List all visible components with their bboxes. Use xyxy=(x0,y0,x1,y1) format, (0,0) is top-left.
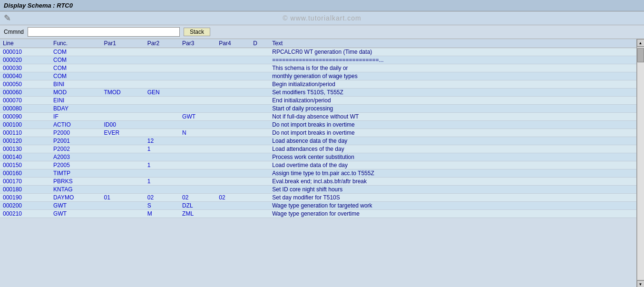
cell-text: Start of daily processing xyxy=(269,105,636,113)
table-row: 000030COMThis schema is for the daily or xyxy=(0,64,636,72)
cell-par2 xyxy=(145,186,179,194)
cell-par2: 12 xyxy=(145,137,179,145)
cell-text: Not if full-day absence without WT xyxy=(269,113,636,121)
cell-par4 xyxy=(216,80,250,89)
cell-par3 xyxy=(179,89,216,97)
cell-par4 xyxy=(216,186,250,194)
cell-par1 xyxy=(101,48,144,56)
cell-par1: ID00 xyxy=(101,121,144,129)
cell-par3 xyxy=(179,145,216,153)
cell-par4 xyxy=(216,137,250,145)
stack-button[interactable]: Stack xyxy=(184,28,210,36)
cell-par4 xyxy=(216,56,250,64)
cell-par1: 01 xyxy=(101,194,144,202)
cell-par1 xyxy=(101,169,144,178)
cell-par1 xyxy=(101,161,144,169)
title-text: Display Schema : RTC0 xyxy=(4,2,73,9)
header-text: Text xyxy=(269,39,636,48)
cell-par3: GWT xyxy=(179,113,216,121)
cell-func: GWT xyxy=(50,202,101,210)
cell-par4 xyxy=(216,105,250,113)
cell-d xyxy=(250,56,269,64)
cell-func: MOD xyxy=(50,89,101,97)
cell-par1 xyxy=(101,97,144,105)
cell-line: 000060 xyxy=(0,89,50,97)
cell-line: 000050 xyxy=(0,80,50,89)
table-row: 000140A2003Process work center substitut… xyxy=(0,153,636,161)
scrollbar-track[interactable] xyxy=(637,47,644,280)
cell-par2 xyxy=(145,64,179,72)
table-row: 000120P200112Load absence data of the da… xyxy=(0,137,636,145)
cell-line: 000150 xyxy=(0,161,50,169)
cell-func: IF xyxy=(50,113,101,121)
table-row: 000190DAYMO01020202Set day modifier for … xyxy=(0,194,636,202)
main-content: Line Func. Par1 Par2 Par3 Par4 D Text 00… xyxy=(0,39,644,287)
cell-func: PBRKS xyxy=(50,178,101,186)
table-row: 000170PBRKS1Eval.break end; incl.abs.bfr… xyxy=(0,178,636,186)
cell-par3 xyxy=(179,97,216,105)
cell-func: BDAY xyxy=(50,105,101,113)
cell-func: P2002 xyxy=(50,145,101,153)
cell-par3 xyxy=(179,153,216,161)
cell-par1: TMOD xyxy=(101,89,144,97)
cell-text: ================================... xyxy=(269,56,636,64)
cell-par4 xyxy=(216,169,250,178)
cell-text: Load absence data of the day xyxy=(269,137,636,145)
cell-par1 xyxy=(101,64,144,72)
cell-line: 000180 xyxy=(0,186,50,194)
cell-text: Set day modifier for T510S xyxy=(269,194,636,202)
table-row: 000080BDAYStart of daily processing xyxy=(0,105,636,113)
cell-d xyxy=(250,72,269,80)
cell-par1 xyxy=(101,56,144,64)
cell-line: 000020 xyxy=(0,56,50,64)
cell-par1 xyxy=(101,186,144,194)
cell-text: Process work center substitution xyxy=(269,153,636,161)
cell-par3 xyxy=(179,56,216,64)
cell-par3 xyxy=(179,186,216,194)
cell-d xyxy=(250,178,269,186)
table-row: 000180KNTAGSet ID core night shift hours xyxy=(0,186,636,194)
cell-par4 xyxy=(216,48,250,56)
cell-line: 000190 xyxy=(0,194,50,202)
cell-d xyxy=(250,80,269,89)
cell-par2: 02 xyxy=(145,194,179,202)
cell-par1 xyxy=(101,145,144,153)
cell-d xyxy=(250,113,269,121)
table-row: 000040COMmonthly generation of wage type… xyxy=(0,72,636,80)
table-row: 000100ACTIOID00Do not import breaks in o… xyxy=(0,121,636,129)
scroll-down-arrow[interactable]: ▼ xyxy=(637,280,644,287)
cell-par1: EVER xyxy=(101,129,144,137)
table-area[interactable]: Line Func. Par1 Par2 Par3 Par4 D Text 00… xyxy=(0,39,636,287)
command-input[interactable] xyxy=(28,27,180,37)
cell-par1 xyxy=(101,210,144,218)
scrollbar-right[interactable]: ▲ ▼ xyxy=(636,39,644,287)
cell-par3: ZML xyxy=(179,210,216,218)
scrollbar-thumb[interactable] xyxy=(637,48,644,62)
cell-func: TIMTP xyxy=(50,169,101,178)
cell-line: 000120 xyxy=(0,137,50,145)
cell-par3 xyxy=(179,178,216,186)
cell-par4 xyxy=(216,64,250,72)
toolbar: ✎ © www.tutorialkart.com xyxy=(0,11,644,25)
cell-par4 xyxy=(216,178,250,186)
cell-text: This schema is for the daily or xyxy=(269,64,636,72)
cell-par1 xyxy=(101,80,144,89)
cell-par2 xyxy=(145,72,179,80)
table-row: 000050BINIBegin initialization/period xyxy=(0,80,636,89)
cell-par2: 1 xyxy=(145,145,179,153)
header-par3: Par3 xyxy=(179,39,216,48)
cell-d xyxy=(250,145,269,153)
cell-d xyxy=(250,153,269,161)
cell-line: 000090 xyxy=(0,113,50,121)
cell-text: Wage type generation for overtime xyxy=(269,210,636,218)
scroll-up-arrow[interactable]: ▲ xyxy=(637,39,644,47)
edit-icon: ✎ xyxy=(4,13,11,23)
cell-line: 000200 xyxy=(0,202,50,210)
cell-par1 xyxy=(101,105,144,113)
cell-text: monthly generation of wage types xyxy=(269,72,636,80)
cell-d xyxy=(250,202,269,210)
header-par2: Par2 xyxy=(145,39,179,48)
cell-d xyxy=(250,137,269,145)
cell-d xyxy=(250,105,269,113)
cell-par1 xyxy=(101,153,144,161)
